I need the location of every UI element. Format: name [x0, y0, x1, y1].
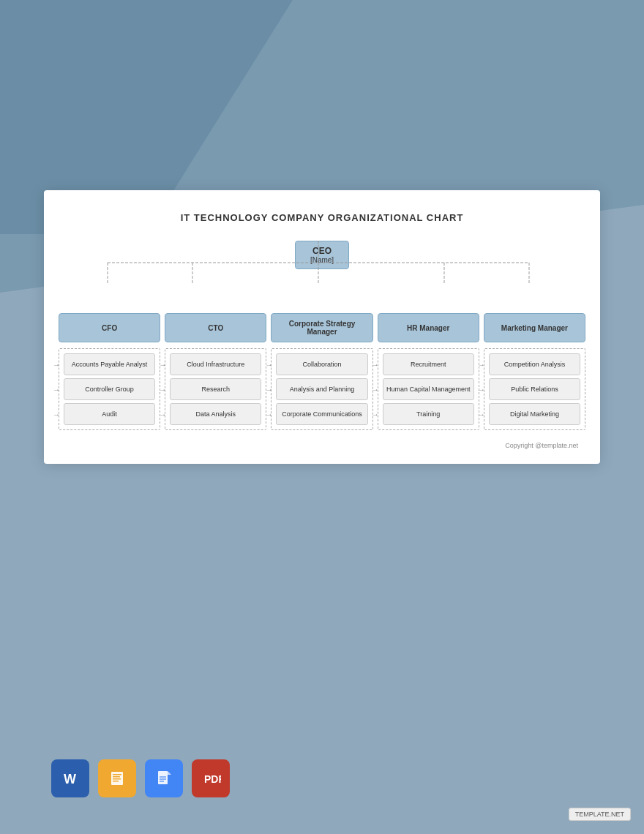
ceo-name: [Name]	[310, 256, 334, 264]
template-badge: TEMPLATE.NET	[569, 808, 631, 821]
svg-text:W: W	[64, 772, 76, 786]
cfo-item-2: Controller Group	[64, 378, 155, 400]
csm-item-2: Analysis and Planning	[276, 378, 367, 400]
pages-icon[interactable]	[98, 759, 136, 797]
column-hrm: HR Manager Recruitment Human Capital Man…	[378, 313, 479, 430]
mm-item-3: Digital Marketing	[489, 403, 580, 425]
cto-item-2: Research	[170, 378, 261, 400]
svg-rect-12	[113, 776, 120, 778]
dept-header-mm: Marketing Manager	[484, 313, 585, 342]
departments-row: CFO Accounts Payable Analyst Controller …	[59, 269, 585, 430]
word-icon-svg: W	[60, 768, 80, 789]
hrm-subitems: Recruitment Human Capital Management Tra…	[378, 348, 479, 430]
copyright-text: Copyright @template.net	[59, 442, 585, 449]
column-mm: Marketing Manager Competition Analysis P…	[484, 313, 585, 430]
ceo-role: CEO	[310, 246, 334, 256]
column-csm: Corporate Strategy Manager Collaboration…	[271, 313, 372, 430]
mm-subitems: Competition Analysis Public Relations Di…	[484, 348, 585, 430]
dept-header-cto: CTO	[165, 313, 266, 342]
org-chart-card: IT TECHNOLOGY COMPANY ORGANIZATIONAL CHA…	[44, 190, 600, 464]
acrobat-icon-svg: PDF	[201, 768, 221, 789]
svg-rect-11	[113, 774, 121, 775]
svg-text:PDF: PDF	[204, 773, 221, 785]
mm-item-1: Competition Analysis	[489, 353, 580, 375]
svg-rect-13	[113, 778, 121, 780]
docs-icon-svg	[154, 768, 174, 789]
cto-subitems: Cloud Infrastructure Research Data Analy…	[165, 348, 266, 430]
csm-subitems: Collaboration Analysis and Planning Corp…	[271, 348, 372, 430]
cto-item-3: Data Analysis	[170, 403, 261, 425]
column-cto: CTO Cloud Infrastructure Research Data A…	[165, 313, 266, 430]
hrm-item-2: Human Capital Management	[383, 378, 474, 400]
ceo-box: CEO [Name]	[295, 241, 349, 269]
csm-item-3: Corporate Communications	[276, 403, 367, 425]
cfo-subitems: Accounts Payable Analyst Controller Grou…	[59, 348, 160, 430]
dept-header-hrm: HR Manager	[378, 313, 479, 342]
dept-header-csm: Corporate Strategy Manager	[271, 313, 372, 342]
cfo-item-1: Accounts Payable Analyst	[64, 353, 155, 375]
hrm-item-3: Training	[383, 403, 474, 425]
pages-icon-svg	[107, 768, 127, 789]
dept-header-cfo: CFO	[59, 313, 160, 342]
svg-rect-14	[113, 781, 119, 782]
acrobat-icon[interactable]: PDF	[192, 759, 230, 797]
word-icon[interactable]: W	[51, 759, 89, 797]
cto-item-1: Cloud Infrastructure	[170, 353, 261, 375]
cfo-item-3: Audit	[64, 403, 155, 425]
mm-item-2: Public Relations	[489, 378, 580, 400]
chart-title: IT TECHNOLOGY COMPANY ORGANIZATIONAL CHA…	[59, 212, 585, 223]
docs-icon[interactable]	[145, 759, 183, 797]
column-cfo: CFO Accounts Payable Analyst Controller …	[59, 313, 160, 430]
org-chart-wrapper: CEO [Name] CFO Accounts Payable Analyst	[59, 241, 585, 430]
csm-item-1: Collaboration	[276, 353, 367, 375]
hrm-item-1: Recruitment	[383, 353, 474, 375]
bottom-icons-row: W PDF	[51, 759, 230, 797]
template-badge-text: TEMPLATE.NET	[575, 811, 624, 818]
ceo-row: CEO [Name]	[59, 241, 585, 269]
